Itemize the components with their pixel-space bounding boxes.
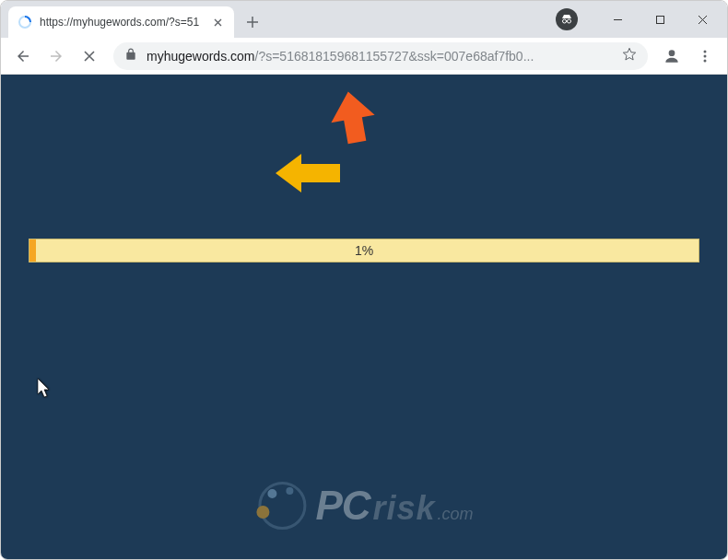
svg-point-7 (704, 59, 707, 62)
browser-tab[interactable]: https://myhugewords.com/?s=51 (8, 6, 234, 38)
profile-button[interactable] (657, 41, 687, 71)
svg-rect-3 (656, 16, 663, 23)
bookmark-star-icon[interactable] (622, 47, 637, 64)
progress-label: 1% (355, 243, 373, 258)
tab-strip: https://myhugewords.com/?s=51 (1, 1, 727, 38)
window-controls (556, 1, 723, 38)
incognito-icon (556, 8, 578, 30)
tab-close-icon[interactable] (210, 15, 225, 29)
loading-spinner-icon (18, 15, 32, 29)
mouse-cursor-icon (38, 379, 53, 402)
progress-bar: 1% (29, 239, 699, 262)
annotation-arrow-up-icon (331, 91, 375, 150)
back-button[interactable] (8, 41, 38, 71)
lock-icon (124, 48, 137, 64)
svg-point-2 (568, 19, 571, 23)
watermark-text: PC risk .com (315, 483, 473, 529)
svg-marker-9 (276, 154, 340, 192)
url-text: myhugewords.com/?s=516818159681155727&ss… (147, 49, 615, 64)
stop-reload-button[interactable] (75, 41, 104, 71)
menu-button[interactable] (690, 41, 720, 71)
window-close-button[interactable] (681, 6, 723, 33)
new-tab-button[interactable] (240, 9, 265, 35)
window-minimize-button[interactable] (596, 6, 639, 33)
page-content: 1% PC risk .com (1, 75, 727, 560)
progress-fill (29, 239, 36, 262)
forward-button[interactable] (41, 41, 71, 71)
svg-marker-8 (331, 91, 375, 146)
window-maximize-button[interactable] (639, 6, 681, 33)
svg-point-4 (669, 50, 675, 56)
svg-point-1 (563, 19, 567, 23)
watermark-logo: PC risk .com (254, 478, 473, 533)
tab-title: https://myhugewords.com/?s=51 (40, 16, 210, 29)
annotation-arrow-left-icon (276, 154, 340, 196)
svg-point-5 (704, 50, 707, 52)
browser-toolbar: myhugewords.com/?s=516818159681155727&ss… (1, 38, 727, 75)
svg-point-6 (704, 54, 707, 57)
address-bar[interactable]: myhugewords.com/?s=516818159681155727&ss… (113, 42, 648, 70)
watermark-globe-icon (254, 478, 310, 533)
